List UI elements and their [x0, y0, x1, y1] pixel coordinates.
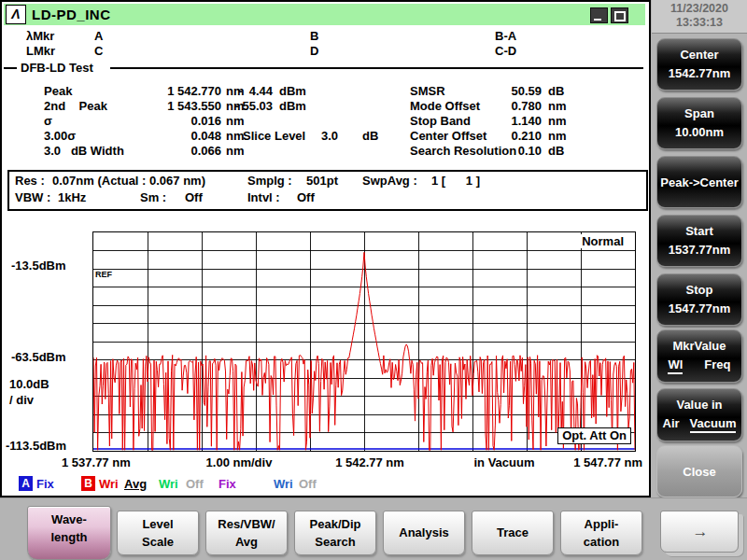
main-window: Λ LD-PD_INC λMkr A B B-A LMkr C D C-D DF…	[0, 0, 651, 497]
intvl-key: Intvl :	[247, 190, 280, 204]
span-softkey[interactable]: Span 10.00nm	[656, 97, 742, 149]
datetime-display: 11/23/2020 13:33:13	[652, 0, 747, 34]
stop-band-value: 1.140	[483, 114, 542, 128]
peak-wavelength-value: 1 542.770	[133, 84, 221, 98]
sm-key: Sm :	[140, 190, 166, 204]
close-softkey[interactable]: Close	[656, 445, 742, 497]
trace-a-mode: Fix	[36, 477, 54, 491]
smsr-unit: dB	[548, 84, 564, 98]
trace-key[interactable]: Trace	[472, 511, 554, 555]
center-softkey-value: 1542.77nm	[657, 66, 741, 80]
maximize-button[interactable]	[611, 7, 628, 23]
marker-value-softkey-label: MkrValue	[657, 339, 741, 353]
mode-offset-unit: nm	[548, 99, 567, 113]
wavelength-key[interactable]: Wave- length	[27, 506, 111, 560]
value-in-vacuum-option[interactable]: Vacuum	[690, 416, 737, 433]
stop-band-unit: nm	[548, 114, 567, 128]
x-center-label: 1 542.77 nm	[335, 455, 404, 469]
sm-value: Off	[185, 190, 203, 204]
search-resolution-unit: dB	[548, 144, 564, 158]
chart-grid	[93, 232, 635, 451]
three-sigma-label: 3.00σ	[44, 129, 76, 143]
res-vbw-avg-key[interactable]: Res/VBW/ Avg	[205, 511, 288, 555]
peak-to-center-softkey-label: Peak->Center	[657, 175, 741, 189]
slice-level-label: Slice Level	[243, 129, 305, 143]
stop-band-label: Stop Band	[410, 114, 471, 128]
marker-value-wl-option[interactable]: Wl	[668, 357, 683, 374]
stop-softkey-value: 1547.77nm	[657, 301, 741, 315]
peak-dip-search-key-line1: Peak/Dip	[295, 517, 375, 531]
db-width-label: 3.0 dB Width	[44, 144, 124, 158]
stop-softkey[interactable]: Stop 1547.77nm	[656, 273, 742, 326]
peak-to-center-softkey[interactable]: Peak->Center	[656, 156, 742, 208]
marker-b-label: B	[310, 29, 318, 43]
spectrum-svg	[93, 232, 635, 451]
window-titlebar: Λ LD-PD_INC	[4, 4, 645, 25]
trace-c-mode: Wri	[159, 477, 178, 491]
value-in-softkey[interactable]: Value in Air Vacuum	[656, 388, 742, 441]
application-key[interactable]: Appli- cation	[560, 511, 642, 555]
right-arrow-icon: →	[661, 523, 738, 541]
value-in-air-option[interactable]: Air	[663, 416, 680, 433]
marker-d-label: D	[310, 44, 318, 58]
slice-level-unit: dB	[362, 129, 378, 143]
x-div-label: 1.00 nm/div	[206, 455, 273, 469]
close-softkey-label: Close	[657, 465, 741, 479]
separator-line	[110, 67, 643, 69]
minimize-icon	[594, 19, 601, 21]
second-peak-wavelength-value: 1 543.550	[133, 99, 221, 113]
span-softkey-value: 10.00nm	[657, 125, 741, 139]
center-offset-label: Center Offset	[410, 129, 486, 143]
value-in-softkey-label: Value in	[657, 398, 741, 412]
trace-a-badge[interactable]: A	[19, 476, 33, 491]
application-key-line1: Appli-	[561, 517, 641, 531]
start-softkey[interactable]: Start 1537.77nm	[656, 215, 742, 267]
marker-value-softkey[interactable]: MkrValue Wl Freq	[656, 329, 742, 383]
trace-e-mode: Wri	[274, 477, 293, 491]
sigma-unit: nm	[226, 114, 245, 128]
level-marker-label: LMkr	[26, 44, 55, 58]
second-peak-power-unit: dBm	[279, 99, 306, 113]
minimize-button[interactable]	[590, 7, 608, 23]
marker-c-label: C	[94, 44, 103, 58]
optical-attenuator-status: Opt. Att On	[557, 427, 631, 444]
marker-value-freq-option[interactable]: Freq	[704, 357, 730, 374]
trace-c-state: Off	[186, 477, 204, 491]
smplg-value: 501pt	[306, 174, 338, 188]
center-softkey[interactable]: Center 1542.77nm	[656, 38, 742, 91]
date-text: 11/23/2020	[652, 2, 747, 16]
trace-b-badge[interactable]: B	[81, 476, 95, 491]
marker-a-label: A	[94, 29, 103, 43]
trace-d-mode: Fix	[218, 477, 236, 491]
osa-screen: Λ LD-PD_INC λMkr A B B-A LMkr C D C-D DF…	[0, 0, 747, 560]
level-scale-key[interactable]: Level Scale	[117, 511, 199, 555]
marker-cd-label: C-D	[495, 44, 516, 58]
three-sigma-value: 0.048	[133, 129, 221, 143]
db-width-unit: nm	[226, 144, 245, 158]
y-bottom-level-label: -113.5dBm	[6, 439, 66, 453]
three-sigma-unit: nm	[226, 129, 245, 143]
intvl-value: Off	[297, 190, 315, 204]
y-scale-label: 10.0dB	[9, 377, 49, 391]
center-softkey-label: Center	[657, 48, 741, 62]
analysis-key[interactable]: Analysis	[383, 511, 465, 555]
second-peak-label: 2nd Peak	[44, 99, 107, 113]
db-width-value: 0.066	[133, 144, 221, 158]
peak-dip-search-key-line2: Search	[295, 535, 375, 549]
wavelength-marker-label: λMkr	[26, 29, 54, 43]
x-stop-label: 1 547.77 nm	[573, 455, 642, 469]
level-scale-key-line1: Level	[118, 517, 198, 531]
span-softkey-label: Span	[657, 106, 741, 120]
more-keys-arrow-key[interactable]: →	[660, 511, 739, 553]
maximize-icon	[614, 11, 626, 21]
peak-label: Peak	[44, 84, 72, 98]
trace-b-mode: Wri	[99, 477, 119, 491]
mode-offset-value: 0.780	[483, 99, 542, 113]
y-ref-level-label: -13.5dBm	[11, 259, 66, 273]
time-text: 13:33:13	[652, 16, 747, 30]
start-softkey-label: Start	[657, 224, 741, 238]
stop-softkey-label: Stop	[657, 283, 741, 297]
start-softkey-value: 1537.77nm	[657, 243, 741, 257]
peak-dip-search-key[interactable]: Peak/Dip Search	[294, 511, 376, 555]
x-start-label: 1 537.77 nm	[62, 455, 131, 469]
